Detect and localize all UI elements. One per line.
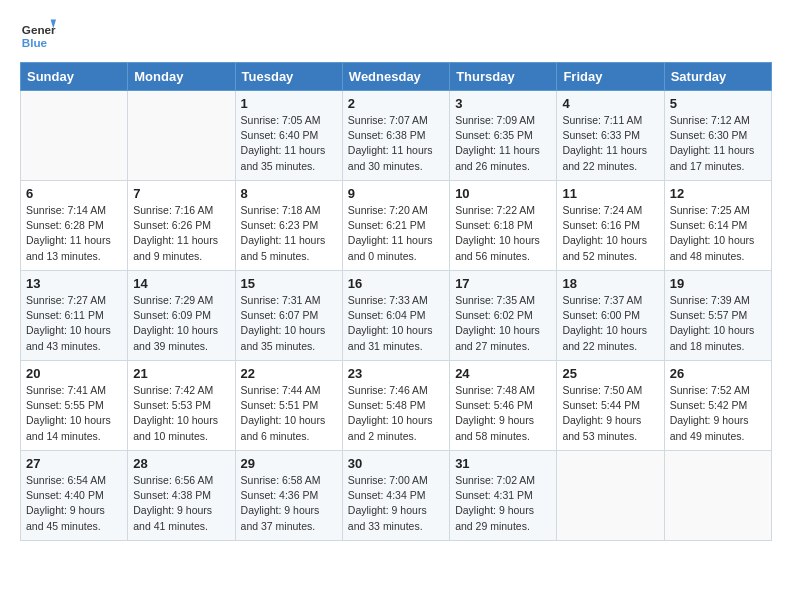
day-info: Sunrise: 7:42 AM Sunset: 5:53 PM Dayligh… — [133, 383, 229, 444]
day-header-tuesday: Tuesday — [235, 63, 342, 91]
calendar-cell: 18Sunrise: 7:37 AM Sunset: 6:00 PM Dayli… — [557, 271, 664, 361]
day-number: 13 — [26, 276, 122, 291]
calendar-cell: 22Sunrise: 7:44 AM Sunset: 5:51 PM Dayli… — [235, 361, 342, 451]
calendar-week-row: 13Sunrise: 7:27 AM Sunset: 6:11 PM Dayli… — [21, 271, 772, 361]
calendar-cell: 8Sunrise: 7:18 AM Sunset: 6:23 PM Daylig… — [235, 181, 342, 271]
day-number: 17 — [455, 276, 551, 291]
calendar-cell: 3Sunrise: 7:09 AM Sunset: 6:35 PM Daylig… — [450, 91, 557, 181]
calendar-cell: 23Sunrise: 7:46 AM Sunset: 5:48 PM Dayli… — [342, 361, 449, 451]
calendar-cell: 17Sunrise: 7:35 AM Sunset: 6:02 PM Dayli… — [450, 271, 557, 361]
day-number: 12 — [670, 186, 766, 201]
day-number: 4 — [562, 96, 658, 111]
calendar-cell: 5Sunrise: 7:12 AM Sunset: 6:30 PM Daylig… — [664, 91, 771, 181]
day-number: 16 — [348, 276, 444, 291]
calendar-cell: 10Sunrise: 7:22 AM Sunset: 6:18 PM Dayli… — [450, 181, 557, 271]
day-info: Sunrise: 7:12 AM Sunset: 6:30 PM Dayligh… — [670, 113, 766, 174]
calendar-table: SundayMondayTuesdayWednesdayThursdayFrid… — [20, 62, 772, 541]
calendar-cell: 25Sunrise: 7:50 AM Sunset: 5:44 PM Dayli… — [557, 361, 664, 451]
calendar-cell: 21Sunrise: 7:42 AM Sunset: 5:53 PM Dayli… — [128, 361, 235, 451]
day-info: Sunrise: 7:37 AM Sunset: 6:00 PM Dayligh… — [562, 293, 658, 354]
calendar-cell: 15Sunrise: 7:31 AM Sunset: 6:07 PM Dayli… — [235, 271, 342, 361]
logo: General Blue — [20, 16, 56, 52]
day-number: 6 — [26, 186, 122, 201]
day-number: 24 — [455, 366, 551, 381]
day-info: Sunrise: 7:24 AM Sunset: 6:16 PM Dayligh… — [562, 203, 658, 264]
calendar-week-row: 1Sunrise: 7:05 AM Sunset: 6:40 PM Daylig… — [21, 91, 772, 181]
calendar-cell: 19Sunrise: 7:39 AM Sunset: 5:57 PM Dayli… — [664, 271, 771, 361]
day-info: Sunrise: 7:52 AM Sunset: 5:42 PM Dayligh… — [670, 383, 766, 444]
day-header-saturday: Saturday — [664, 63, 771, 91]
calendar-cell: 30Sunrise: 7:00 AM Sunset: 4:34 PM Dayli… — [342, 451, 449, 541]
day-number: 2 — [348, 96, 444, 111]
calendar-cell — [21, 91, 128, 181]
calendar-cell: 6Sunrise: 7:14 AM Sunset: 6:28 PM Daylig… — [21, 181, 128, 271]
day-info: Sunrise: 7:44 AM Sunset: 5:51 PM Dayligh… — [241, 383, 337, 444]
calendar-cell: 31Sunrise: 7:02 AM Sunset: 4:31 PM Dayli… — [450, 451, 557, 541]
day-number: 1 — [241, 96, 337, 111]
day-info: Sunrise: 7:22 AM Sunset: 6:18 PM Dayligh… — [455, 203, 551, 264]
calendar-cell — [128, 91, 235, 181]
day-info: Sunrise: 7:00 AM Sunset: 4:34 PM Dayligh… — [348, 473, 444, 534]
calendar-week-row: 27Sunrise: 6:54 AM Sunset: 4:40 PM Dayli… — [21, 451, 772, 541]
day-number: 31 — [455, 456, 551, 471]
day-info: Sunrise: 7:31 AM Sunset: 6:07 PM Dayligh… — [241, 293, 337, 354]
svg-text:General: General — [22, 23, 56, 36]
day-info: Sunrise: 7:33 AM Sunset: 6:04 PM Dayligh… — [348, 293, 444, 354]
calendar-cell: 29Sunrise: 6:58 AM Sunset: 4:36 PM Dayli… — [235, 451, 342, 541]
day-header-thursday: Thursday — [450, 63, 557, 91]
day-number: 22 — [241, 366, 337, 381]
calendar-cell: 28Sunrise: 6:56 AM Sunset: 4:38 PM Dayli… — [128, 451, 235, 541]
day-header-friday: Friday — [557, 63, 664, 91]
calendar-cell: 1Sunrise: 7:05 AM Sunset: 6:40 PM Daylig… — [235, 91, 342, 181]
day-info: Sunrise: 7:14 AM Sunset: 6:28 PM Dayligh… — [26, 203, 122, 264]
day-info: Sunrise: 7:16 AM Sunset: 6:26 PM Dayligh… — [133, 203, 229, 264]
day-number: 9 — [348, 186, 444, 201]
calendar-week-row: 6Sunrise: 7:14 AM Sunset: 6:28 PM Daylig… — [21, 181, 772, 271]
day-number: 19 — [670, 276, 766, 291]
day-info: Sunrise: 6:56 AM Sunset: 4:38 PM Dayligh… — [133, 473, 229, 534]
day-number: 15 — [241, 276, 337, 291]
day-number: 14 — [133, 276, 229, 291]
day-number: 28 — [133, 456, 229, 471]
day-number: 10 — [455, 186, 551, 201]
day-header-monday: Monday — [128, 63, 235, 91]
calendar-cell: 24Sunrise: 7:48 AM Sunset: 5:46 PM Dayli… — [450, 361, 557, 451]
calendar-cell: 14Sunrise: 7:29 AM Sunset: 6:09 PM Dayli… — [128, 271, 235, 361]
day-number: 23 — [348, 366, 444, 381]
day-info: Sunrise: 7:35 AM Sunset: 6:02 PM Dayligh… — [455, 293, 551, 354]
day-info: Sunrise: 7:18 AM Sunset: 6:23 PM Dayligh… — [241, 203, 337, 264]
day-info: Sunrise: 7:27 AM Sunset: 6:11 PM Dayligh… — [26, 293, 122, 354]
calendar-header-row: SundayMondayTuesdayWednesdayThursdayFrid… — [21, 63, 772, 91]
day-number: 7 — [133, 186, 229, 201]
logo-icon: General Blue — [20, 16, 56, 52]
svg-text:Blue: Blue — [22, 36, 48, 49]
day-number: 27 — [26, 456, 122, 471]
day-info: Sunrise: 7:25 AM Sunset: 6:14 PM Dayligh… — [670, 203, 766, 264]
calendar-cell: 13Sunrise: 7:27 AM Sunset: 6:11 PM Dayli… — [21, 271, 128, 361]
calendar-cell: 16Sunrise: 7:33 AM Sunset: 6:04 PM Dayli… — [342, 271, 449, 361]
calendar-cell: 20Sunrise: 7:41 AM Sunset: 5:55 PM Dayli… — [21, 361, 128, 451]
calendar-week-row: 20Sunrise: 7:41 AM Sunset: 5:55 PM Dayli… — [21, 361, 772, 451]
day-number: 8 — [241, 186, 337, 201]
day-info: Sunrise: 7:39 AM Sunset: 5:57 PM Dayligh… — [670, 293, 766, 354]
calendar-cell: 7Sunrise: 7:16 AM Sunset: 6:26 PM Daylig… — [128, 181, 235, 271]
day-info: Sunrise: 7:41 AM Sunset: 5:55 PM Dayligh… — [26, 383, 122, 444]
header: General Blue — [20, 16, 772, 52]
calendar-cell: 27Sunrise: 6:54 AM Sunset: 4:40 PM Dayli… — [21, 451, 128, 541]
day-info: Sunrise: 7:50 AM Sunset: 5:44 PM Dayligh… — [562, 383, 658, 444]
day-info: Sunrise: 7:05 AM Sunset: 6:40 PM Dayligh… — [241, 113, 337, 174]
day-info: Sunrise: 7:11 AM Sunset: 6:33 PM Dayligh… — [562, 113, 658, 174]
day-info: Sunrise: 6:54 AM Sunset: 4:40 PM Dayligh… — [26, 473, 122, 534]
day-info: Sunrise: 7:07 AM Sunset: 6:38 PM Dayligh… — [348, 113, 444, 174]
day-info: Sunrise: 6:58 AM Sunset: 4:36 PM Dayligh… — [241, 473, 337, 534]
calendar-cell — [557, 451, 664, 541]
calendar-cell: 2Sunrise: 7:07 AM Sunset: 6:38 PM Daylig… — [342, 91, 449, 181]
calendar-body: 1Sunrise: 7:05 AM Sunset: 6:40 PM Daylig… — [21, 91, 772, 541]
day-number: 26 — [670, 366, 766, 381]
calendar-cell: 12Sunrise: 7:25 AM Sunset: 6:14 PM Dayli… — [664, 181, 771, 271]
day-number: 5 — [670, 96, 766, 111]
day-header-wednesday: Wednesday — [342, 63, 449, 91]
day-number: 18 — [562, 276, 658, 291]
day-info: Sunrise: 7:20 AM Sunset: 6:21 PM Dayligh… — [348, 203, 444, 264]
day-info: Sunrise: 7:09 AM Sunset: 6:35 PM Dayligh… — [455, 113, 551, 174]
